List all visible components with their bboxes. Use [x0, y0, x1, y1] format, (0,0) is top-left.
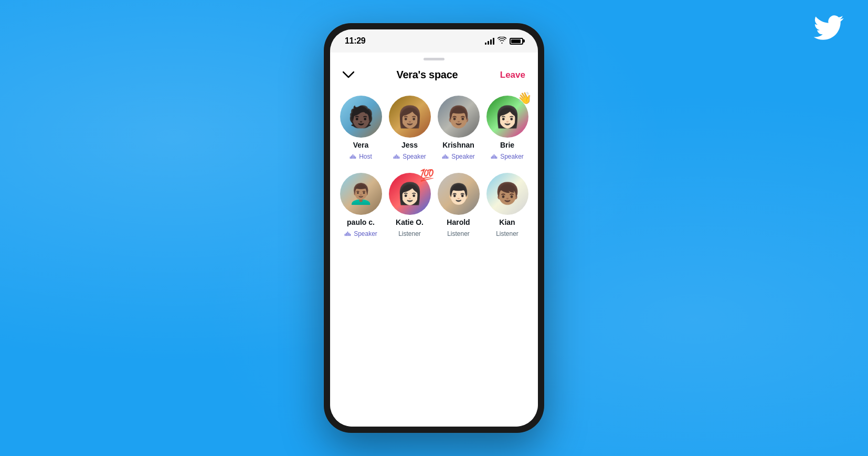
avatar-wrapper-krishnan: 👨🏽 — [438, 96, 480, 138]
svg-rect-19 — [496, 157, 497, 159]
participant-role-kian: Listener — [496, 230, 518, 237]
svg-rect-4 — [355, 157, 356, 159]
svg-rect-6 — [395, 156, 396, 159]
wifi-icon — [497, 37, 506, 46]
role-label-jess: Speaker — [403, 153, 426, 160]
participant-role-krishnan: Speaker — [442, 153, 475, 160]
svg-rect-18 — [495, 156, 496, 159]
participant-role-jess: Speaker — [393, 153, 426, 160]
role-label-vera: Host — [359, 153, 372, 160]
avatar-harold: 👨🏻 — [438, 173, 480, 215]
participant-jess[interactable]: 👩🏽 Jess — [387, 96, 432, 160]
svg-rect-10 — [442, 157, 443, 159]
battery-fill — [511, 39, 521, 43]
participant-name-brie: Brie — [500, 141, 514, 150]
svg-rect-15 — [491, 157, 492, 159]
svg-rect-23 — [348, 232, 350, 235]
phone-screen: 11:29 — [330, 29, 538, 427]
leave-button[interactable]: Leave — [500, 70, 525, 80]
participant-vera[interactable]: 🧑🏿 Vera — [338, 96, 383, 160]
svg-rect-2 — [353, 154, 354, 159]
role-label-paulo: Speaker — [354, 230, 377, 237]
svg-rect-16 — [492, 156, 493, 159]
participant-name-krishnan: Krishnan — [442, 141, 474, 150]
svg-rect-1 — [351, 156, 352, 159]
brie-emoji-badge: 👋 — [517, 92, 532, 104]
status-icons — [485, 37, 523, 46]
svg-rect-21 — [346, 232, 347, 235]
status-bar: 11:29 — [330, 29, 538, 53]
avatar-krishnan: 👨🏽 — [438, 96, 480, 138]
svg-rect-12 — [445, 154, 446, 159]
participant-katie[interactable]: 👩🏻 💯 Katie O. Listener — [387, 173, 432, 237]
participant-name-katie: Katie O. — [396, 218, 424, 227]
participant-role-brie: Speaker — [491, 153, 524, 160]
svg-rect-14 — [448, 157, 449, 159]
mic-icon-krishnan — [442, 153, 449, 160]
svg-rect-22 — [347, 231, 348, 235]
role-label-harold: Listener — [447, 230, 470, 237]
svg-rect-0 — [350, 157, 351, 159]
role-label-kian: Listener — [496, 230, 518, 237]
avatar-wrapper-vera: 🧑🏿 — [340, 96, 382, 138]
participant-name-paulo: paulo c. — [347, 218, 375, 227]
svg-rect-24 — [350, 234, 351, 236]
signal-bars-icon — [485, 37, 494, 45]
signal-bar-2 — [488, 41, 489, 45]
avatar-wrapper-kian: 👦🏽 — [486, 173, 528, 215]
role-label-krishnan: Speaker — [451, 153, 475, 160]
role-label-brie: Speaker — [500, 153, 524, 160]
svg-rect-17 — [494, 154, 495, 159]
svg-rect-7 — [396, 154, 397, 159]
participant-role-katie: Listener — [398, 230, 421, 237]
chevron-down-icon[interactable] — [343, 69, 354, 81]
mic-icon-vera — [350, 153, 357, 160]
phone-frame: 11:29 — [324, 23, 544, 433]
svg-rect-11 — [443, 156, 444, 159]
participant-name-jess: Jess — [401, 141, 418, 150]
mic-icon-jess — [393, 153, 400, 160]
participant-paulo[interactable]: 👨🏽‍🦱 paulo c. — [338, 173, 383, 237]
battery-icon — [510, 38, 523, 45]
role-label-katie: Listener — [398, 230, 421, 237]
svg-rect-5 — [394, 157, 395, 159]
status-time: 11:29 — [345, 36, 365, 46]
participant-role-harold: Listener — [447, 230, 470, 237]
participant-kian[interactable]: 👦🏽 Kian Listener — [485, 173, 530, 237]
avatar-wrapper-harold: 👨🏻 — [438, 173, 480, 215]
phone-wrapper: 11:29 — [324, 23, 544, 433]
participants-section: 🧑🏿 Vera — [330, 85, 538, 427]
mic-icon-paulo — [344, 230, 352, 237]
mic-icon-brie — [491, 153, 498, 160]
avatar-wrapper-katie: 👩🏻 💯 — [389, 173, 431, 215]
twitter-logo — [810, 13, 847, 43]
participant-harold[interactable]: 👨🏻 Harold Listener — [436, 173, 481, 237]
participant-role-paulo: Speaker — [344, 230, 377, 237]
participants-grid: 🧑🏿 Vera — [338, 96, 530, 237]
space-header: Vera's space Leave — [330, 60, 538, 85]
avatar-wrapper-jess: 👩🏽 — [389, 96, 431, 138]
avatar-wrapper-paulo: 👨🏽‍🦱 — [340, 173, 382, 215]
signal-bar-1 — [485, 43, 486, 45]
katie-emoji-badge: 💯 — [420, 170, 434, 181]
participant-name-vera: Vera — [353, 141, 369, 150]
participant-name-harold: Harold — [447, 218, 470, 227]
svg-rect-8 — [397, 156, 398, 159]
avatar-wrapper-brie: 👩🏻 👋 — [486, 96, 528, 138]
avatar-paulo: 👨🏽‍🦱 — [340, 173, 382, 215]
participant-krishnan[interactable]: 👨🏽 Krishnan — [436, 96, 481, 160]
svg-rect-20 — [345, 234, 346, 236]
participant-brie[interactable]: 👩🏻 👋 Brie — [485, 96, 530, 160]
participant-name-kian: Kian — [499, 218, 515, 227]
space-title: Vera's space — [396, 69, 458, 81]
screen-content: Vera's space Leave 🧑🏿 Vera — [330, 53, 538, 427]
signal-bar-3 — [490, 39, 492, 45]
svg-rect-13 — [446, 156, 447, 159]
svg-rect-9 — [399, 157, 400, 159]
signal-bar-4 — [493, 38, 494, 45]
avatar-vera: 🧑🏿 — [340, 96, 382, 138]
svg-rect-3 — [354, 156, 355, 159]
avatar-jess: 👩🏽 — [389, 96, 431, 138]
avatar-kian: 👦🏽 — [486, 173, 528, 215]
participant-role-vera: Host — [350, 153, 372, 160]
